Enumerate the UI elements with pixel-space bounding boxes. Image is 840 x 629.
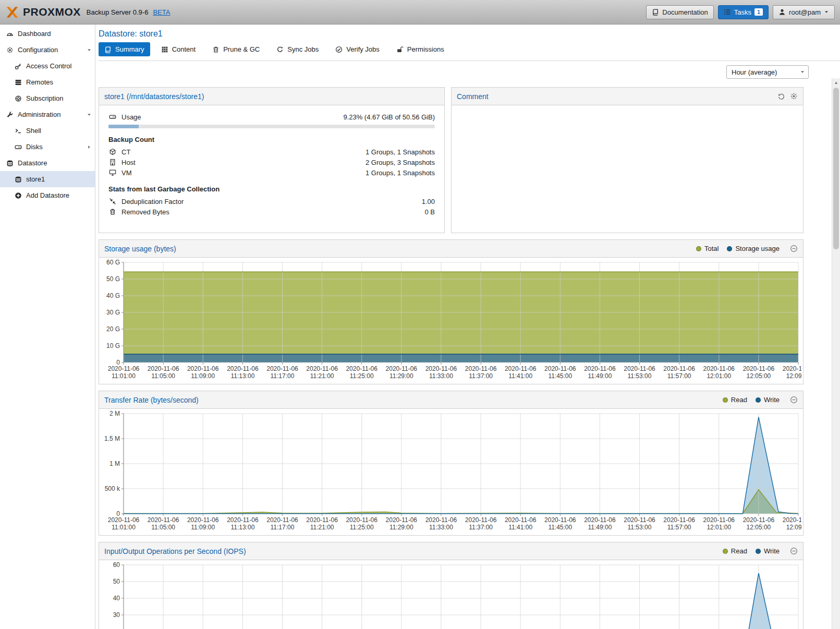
legend-label: Total [704,245,719,252]
sidebar-item-remotes[interactable]: Remotes [0,74,95,90]
app-body: Dashboard Configuration Access Control R… [0,25,840,629]
tab-sync-jobs[interactable]: Sync Jobs [271,42,324,56]
tab-prune-gc[interactable]: Prune & GC [206,42,265,56]
legend-item-total[interactable]: Total [696,245,719,252]
tab-summary[interactable]: Summary [99,42,150,56]
tachometer-icon [6,30,14,38]
tab-verify-jobs[interactable]: Verify Jobs [330,42,385,56]
svg-text:11:45:00: 11:45:00 [548,524,572,531]
building-icon [108,159,117,166]
gear-icon[interactable] [790,92,798,100]
svg-text:2020-11-06: 2020-11-06 [624,365,655,372]
sidebar-item-administration[interactable]: Administration [0,106,95,123]
tab-content[interactable]: Content [155,42,202,56]
iops-chart-panel: Input/Output Operations per Second (IOPS… [99,542,804,629]
user-menu-button[interactable]: root@pam [773,5,835,19]
undo-icon[interactable] [777,92,785,100]
legend-dot [756,549,761,554]
sidebar-item-add-datastore[interactable]: Add Datastore [0,187,95,203]
legend-dot [756,397,761,403]
ct-label: CT [121,148,130,156]
legend-dot [727,246,732,251]
sidebar-item-shell[interactable]: Shell [0,123,95,139]
svg-text:12:01:00: 12:01:00 [707,372,731,380]
svg-text:11:05:00: 11:05:00 [151,524,175,531]
documentation-button[interactable]: Documentation [646,5,713,19]
sidebar-item-configuration[interactable]: Configuration [0,42,95,58]
scrollbar-up-arrow[interactable]: ▲ [832,78,840,87]
legend-item-write[interactable]: Write [756,547,780,555]
caret-down-icon[interactable] [87,112,92,117]
usage-value: 9.23% (4.67 GiB of 50.56 GiB) [343,113,435,121]
chart-title: Transfer Rate (bytes/second) [104,396,199,404]
caret-down-icon[interactable] [87,47,92,53]
chart-body: 010 G20 G30 G40 G50 G60 G2020-11-0611:01… [99,258,803,384]
hdd-icon [108,113,117,120]
sidebar-item-label: Subscription [26,94,64,102]
tasks-button[interactable]: Tasks 1 [718,5,769,19]
sidebar-item-store1[interactable]: store1 [0,171,95,187]
datastore-panel-title: store1 (/mnt/datastores/store1) [104,92,204,101]
svg-text:11:13:00: 11:13:00 [230,372,254,380]
time-range-select[interactable]: Hour (average) [726,65,809,79]
sidebar-item-subscription[interactable]: Subscription [0,90,95,106]
legend-item-write[interactable]: Write [756,396,780,404]
sidebar-item-disks[interactable]: Disks [0,139,95,155]
tab-label: Permissions [407,45,444,53]
tab-label: Prune & GC [223,45,260,53]
svg-text:20 G: 20 G [106,325,120,333]
svg-text:2020-11-06: 2020-11-06 [465,365,497,372]
sidebar-item-label: Remotes [26,78,53,86]
svg-text:2020-11-06: 2020-11-06 [386,516,418,524]
iops-chart-header: Input/Output Operations per Second (IOPS… [99,542,803,560]
svg-text:1.5 M: 1.5 M [104,435,120,442]
svg-text:2020-11-06: 2020-11-06 [227,365,259,372]
vertical-scrollbar[interactable]: ▲ [832,78,840,629]
transfer-rate-chart-panel: Transfer Rate (bytes/second) Read Write [99,391,804,536]
tasks-count-badge: 1 [754,8,763,16]
trash-icon [108,208,117,215]
svg-text:11:17:00: 11:17:00 [271,372,295,380]
scrollbar-thumb[interactable] [833,88,839,249]
storage-usage-chart-header: Storage usage (bytes) Total Storage usag… [99,240,803,258]
svg-text:30 G: 30 G [106,309,120,316]
task-list-icon [724,8,731,16]
sidebar: Dashboard Configuration Access Control R… [0,25,95,629]
legend-item-read[interactable]: Read [723,396,747,404]
sidebar-item-dashboard[interactable]: Dashboard [0,26,95,42]
legend-label: Write [764,547,780,555]
collapse-panel-icon[interactable] [790,396,798,404]
svg-text:2020-11-06: 2020-11-06 [227,516,259,524]
chart-toolbar: Hour (average) [99,61,840,83]
beta-link[interactable]: BETA [153,8,170,16]
chart-body: 0500 k1 M1.5 M2 M2020-11-0611:01:002020-… [99,409,803,535]
sidebar-item-label: store1 [26,175,45,183]
sidebar-item-label: Configuration [18,46,58,54]
ct-count-row: CT 1 Groups, 1 Snapshots [108,147,435,157]
tab-permissions[interactable]: Permissions [391,42,450,56]
sidebar-item-datastore[interactable]: Datastore [0,155,95,171]
legend-item-storage-usage[interactable]: Storage usage [727,245,780,252]
svg-text:11:57:00: 11:57:00 [667,524,691,531]
svg-text:2020-11-06: 2020-11-06 [108,516,140,524]
lifering-icon [15,95,22,102]
sidebar-item-access-control[interactable]: Access Control [0,58,95,74]
svg-text:2020-11-06: 2020-11-06 [505,516,537,524]
check-circle-icon [335,46,343,53]
svg-text:2020-11-06: 2020-11-06 [306,516,338,524]
svg-text:11:01:00: 11:01:00 [112,372,136,380]
chart-legend: Total Storage usage [696,245,798,252]
wrench-icon [6,111,14,118]
collapse-panel-icon[interactable] [790,547,798,555]
svg-text:2020-11-06: 2020-11-06 [346,516,378,524]
desktop-icon [108,169,117,176]
collapse-panel-icon[interactable] [790,245,798,252]
host-count-row: Host 2 Groups, 3 Snapshots [108,157,435,167]
comment-content [452,105,803,233]
removed-bytes-value: 0 B [424,208,435,216]
svg-text:2020-11-06: 2020-11-06 [783,516,801,524]
legend-item-read[interactable]: Read [723,547,747,555]
svg-text:500 k: 500 k [105,485,120,492]
chart-title: Input/Output Operations per Second (IOPS… [104,547,246,555]
caret-right-icon[interactable] [87,144,92,150]
